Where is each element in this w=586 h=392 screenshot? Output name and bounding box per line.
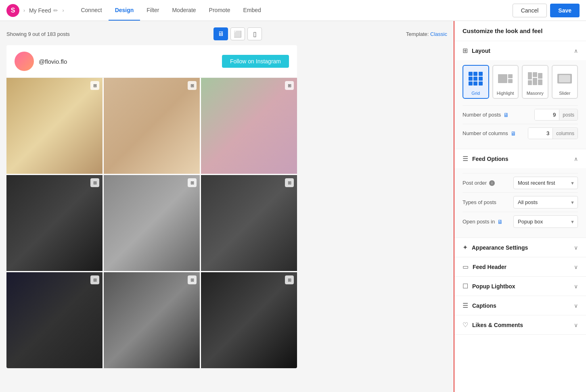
tab-promote[interactable]: Promote [203, 0, 237, 21]
post-icon-8: ⊞ [188, 275, 197, 284]
feed-options-header[interactable]: ☰ Feed Options ∧ [454, 149, 586, 168]
post-order-info-icon: i [489, 180, 495, 186]
feed-avatar [15, 52, 34, 71]
preview-toolbar: Showing 9 out of 183 posts 🖥 ⬜ ▯ Templat… [6, 27, 447, 40]
post-icon-5: ⊞ [188, 178, 197, 187]
feed-options-title: Feed Options [472, 156, 508, 162]
app-logo: S [6, 4, 19, 17]
highlight-label: Highlight [495, 91, 517, 96]
appearance-header[interactable]: ✦ Appearance Settings ∨ [454, 238, 586, 257]
appearance-section: ✦ Appearance Settings ∨ [454, 238, 586, 257]
post-order-select-wrap: Most recent first Random ▼ [513, 177, 578, 189]
top-nav: S › My Feed ✏ › Connect Design Filter Mo… [0, 0, 586, 21]
photo-8: ⊞ [104, 272, 200, 368]
nav-actions: Cancel Save [513, 4, 580, 17]
tab-embed[interactable]: Embed [237, 0, 268, 21]
open-posts-select[interactable]: Popup box New tab Same tab [513, 215, 578, 228]
num-posts-input-wrap: posts [534, 109, 578, 121]
likes-comments-section: ♡ Likes & Comments ∨ [454, 315, 586, 335]
num-columns-input[interactable] [528, 128, 553, 139]
types-of-posts-select[interactable]: All posts Photos only Videos only [513, 196, 578, 209]
follow-button[interactable]: Follow on Instagram [222, 55, 289, 68]
layout-section: ⊞ Layout ∧ [454, 41, 586, 149]
feed-username: @flovio.flo [39, 58, 67, 65]
likes-icon: ♡ [463, 321, 468, 329]
layout-option-highlight[interactable]: Highlight [492, 65, 519, 99]
feed-options-header-left: ☰ Feed Options [463, 155, 508, 163]
breadcrumb: My Feed ✏ [29, 7, 58, 14]
edit-icon[interactable]: ✏ [53, 7, 58, 14]
feed-options-chevron-icon: ∧ [574, 156, 578, 162]
open-posts-select-wrap: Popup box New tab Same tab ▼ [513, 215, 578, 228]
feed-options-icon: ☰ [463, 155, 468, 163]
template-label: Template: Classic [406, 31, 447, 37]
save-button[interactable]: Save [550, 4, 580, 17]
post-icon-7: ⊞ [90, 275, 99, 284]
tab-connect[interactable]: Connect [74, 0, 108, 21]
types-of-posts-label: Types of posts [463, 199, 513, 205]
settings-panel: Customize the look and feel ⊞ Layout ∧ [454, 21, 586, 392]
post-icon-9: ⊞ [285, 275, 294, 284]
num-posts-input[interactable] [535, 109, 559, 120]
popup-lightbox-header[interactable]: ☐ Popup Lightbox ∨ [454, 277, 586, 296]
feed-header-bar: @flovio.flo Follow on Instagram [6, 45, 297, 78]
tab-filter[interactable]: Filter [140, 0, 165, 21]
masonry-label: Masonry [524, 91, 546, 96]
highlight-layout-icon [495, 69, 517, 88]
photo-4: ⊞ [6, 175, 103, 271]
post-order-row: Post order i Most recent first Random ▼ [463, 173, 578, 192]
num-columns-input-wrap: columns [528, 127, 578, 139]
captions-title: Captions [472, 302, 496, 309]
masonry-layout-icon [524, 69, 546, 88]
post-count: Showing 9 out of 183 posts [6, 31, 70, 37]
cancel-button[interactable]: Cancel [513, 4, 547, 17]
appearance-icon: ✦ [463, 244, 468, 251]
appearance-header-left: ✦ Appearance Settings [463, 244, 528, 251]
post-icon-2: ⊞ [188, 81, 197, 90]
photo-5: ⊞ [104, 175, 200, 271]
num-posts-row: Number of posts 🖥 posts [463, 105, 578, 124]
feed-header-header[interactable]: ▭ Feed Header ∨ [454, 257, 586, 276]
slider-label: Slider [554, 91, 576, 96]
slider-layout-icon [554, 69, 576, 88]
breadcrumb-chevron-2: › [62, 8, 64, 13]
monitor-icon-columns: 🖥 [511, 130, 516, 137]
device-desktop-button[interactable]: 🖥 [213, 27, 228, 40]
nav-tabs: Connect Design Filter Moderate Promote E… [74, 0, 267, 21]
layout-title: Layout [472, 48, 490, 54]
post-order-select[interactable]: Most recent first Random [513, 177, 578, 189]
types-of-posts-row: Types of posts All posts Photos only Vid… [463, 192, 578, 212]
captions-icon: ☰ [463, 302, 468, 309]
grid-label: Grid [465, 91, 487, 96]
layout-section-header[interactable]: ⊞ Layout ∧ [454, 41, 586, 60]
likes-comments-header[interactable]: ♡ Likes & Comments ∨ [454, 315, 586, 334]
num-columns-label: Number of columns 🖥 [463, 130, 528, 137]
feed-preview: @flovio.flo Follow on Instagram ⊞ ⊞ ⊞ ⊞ [6, 45, 297, 368]
device-mobile-button[interactable]: ▯ [247, 27, 262, 40]
layout-icon: ⊞ [463, 47, 468, 54]
feed-header-icon: ▭ [463, 263, 469, 271]
feed-options-section: ☰ Feed Options ∧ Post order i Most recen… [454, 149, 586, 238]
layout-option-masonry[interactable]: Masonry [522, 65, 548, 99]
feed-options-content: Post order i Most recent first Random ▼ … [454, 168, 586, 238]
template-link[interactable]: Classic [430, 31, 447, 37]
post-icon-4: ⊞ [90, 178, 99, 187]
popup-lightbox-section: ☐ Popup Lightbox ∨ [454, 277, 586, 296]
device-tablet-button[interactable]: ⬜ [230, 27, 245, 40]
layout-option-grid[interactable]: Grid [463, 65, 489, 99]
monitor-icon-posts: 🖥 [503, 112, 509, 118]
layout-option-slider[interactable]: Slider [552, 65, 578, 99]
feed-header-left: ▭ Feed Header [463, 263, 506, 271]
tab-moderate[interactable]: Moderate [165, 0, 202, 21]
likes-title: Likes & Comments [472, 322, 523, 328]
open-posts-row: Open posts in 🖥 Popup box New tab Same t… [463, 212, 578, 231]
captions-header[interactable]: ☰ Captions ∨ [454, 296, 586, 315]
captions-header-left: ☰ Captions [463, 302, 496, 309]
layout-header-left: ⊞ Layout [463, 47, 490, 54]
appearance-chevron-icon: ∨ [574, 244, 578, 251]
num-posts-label: Number of posts 🖥 [463, 112, 534, 118]
layout-options: Grid Highlight [463, 65, 578, 99]
tab-design[interactable]: Design [109, 0, 140, 21]
layout-chevron-icon: ∧ [574, 48, 578, 54]
feed-name-label: My Feed [29, 7, 51, 14]
